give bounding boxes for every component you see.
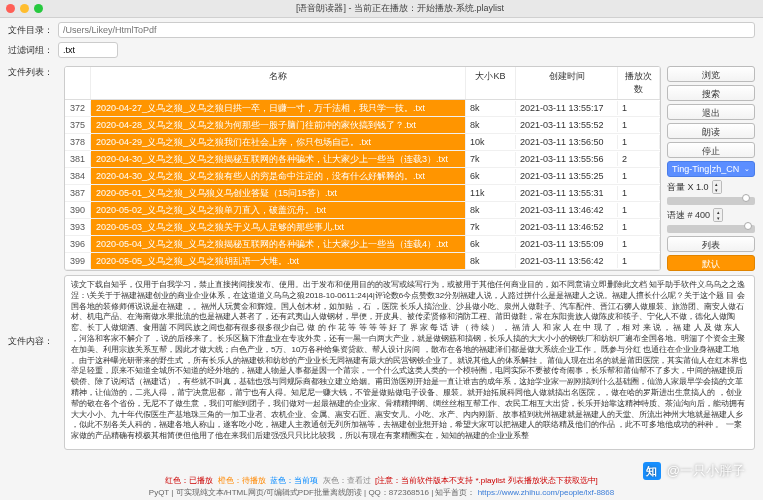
close-icon[interactable] <box>6 4 15 13</box>
table-row[interactable]: 390 2020-05-02_义乌之狼_义乌之狼单刀直入，破盖沉舟。.txt 8… <box>65 202 660 219</box>
cell-time: 2021-03-11 13:56:42 <box>516 254 618 268</box>
table-row[interactable]: 393 2020-05-03_义乌之狼_义乌之狼关于义乌人足够的那些事儿.txt… <box>65 219 660 236</box>
cell-count: 1 <box>618 220 660 234</box>
cell-idx: 381 <box>65 152 91 166</box>
stop-button[interactable]: 停止 <box>667 142 755 158</box>
speed-stepper[interactable]: ▴▾ <box>713 208 723 222</box>
cell-name[interactable]: 2020-04-30_义乌之狼_义乌之狼揭秘互联网的各种骗术，让大家少上一些当（… <box>91 151 466 167</box>
chevron-down-icon: ⌄ <box>744 165 750 173</box>
table-row[interactable]: 399 2020-05-05_义乌之狼_义乌之狼胡乱语一大堆。.txt 8k 2… <box>65 253 660 270</box>
cell-time: 2021-03-11 13:56:50 <box>516 135 618 149</box>
cell-idx: 396 <box>65 237 91 251</box>
content-box[interactable]: 读文下载自知乎，仅用于自我学习，禁止直接拷间接发布、使用。出于发布和使用目的的改… <box>64 275 755 450</box>
volume-slider[interactable] <box>667 197 755 205</box>
dir-label: 文件目录： <box>8 24 58 37</box>
cell-size: 6k <box>466 169 516 183</box>
status-red: 红色：已播放 <box>165 476 213 485</box>
speed-slider[interactable] <box>667 225 755 233</box>
speed-row: 语速 # 400 ▴▾ <box>667 208 755 222</box>
cell-name[interactable]: 2020-05-05_义乌之狼_义乌之狼胡乱语一大堆。.txt <box>91 253 466 269</box>
status-gray: 灰色：查看过 <box>323 476 371 485</box>
list-button[interactable]: 列表 <box>667 236 755 252</box>
table-row[interactable]: 384 2020-04-30_义乌之狼_义乌之狼有些人的穷是命中注定的，没有什么… <box>65 168 660 185</box>
status-note: [注意：当前软件版本不支持 *.playlist 列表播放状态下获取选中] <box>375 476 598 485</box>
cell-time: 2021-03-11 13:55:52 <box>516 118 618 132</box>
browse-button[interactable]: 浏览 <box>667 66 755 82</box>
cell-time: 2021-03-11 13:55:25 <box>516 169 618 183</box>
volume-stepper[interactable]: ▴▾ <box>712 180 722 194</box>
dir-input[interactable] <box>58 22 755 38</box>
cell-size: 6k <box>466 237 516 251</box>
cell-idx: 378 <box>65 135 91 149</box>
cell-name[interactable]: 2020-04-27_义乌之狼_义乌之狼日拱一卒，日赚一寸，万千法相，我只学一技… <box>91 100 466 116</box>
cell-size: 8k <box>466 101 516 115</box>
cell-count: 1 <box>618 118 660 132</box>
cell-count: 1 <box>618 169 660 183</box>
cell-time: 2021-03-11 13:46:42 <box>516 203 618 217</box>
cell-idx: 372 <box>65 101 91 115</box>
cell-time: 2021-03-11 13:46:52 <box>516 220 618 234</box>
status-blue: 蓝色：当前项 <box>270 476 318 485</box>
window-titlebar: [语音朗读器] - 当前正在播放：开始播放-系统.playlist <box>0 0 763 18</box>
footer-prefix: PyQT | 可实现纯文本/HTML网页/可编辑式PDF批量离线朗读 | <box>149 488 369 497</box>
footer-sep: | 知乎首页： <box>431 488 475 497</box>
cell-name[interactable]: 2020-05-01_义乌之狼_义乌狼义乌创业答疑（15问15答）.txt <box>91 185 466 201</box>
cell-count: 1 <box>618 254 660 268</box>
col-idx <box>65 67 91 99</box>
minimize-icon[interactable] <box>20 4 29 13</box>
col-size[interactable]: 大小KB <box>466 67 516 99</box>
cell-idx: 390 <box>65 203 91 217</box>
search-button[interactable]: 搜索 <box>667 85 755 101</box>
table-row[interactable]: 396 2020-05-04_义乌之狼_义乌之狼揭秘互联网的各种骗术，让大家少上… <box>65 236 660 253</box>
cell-name[interactable]: 2020-04-30_义乌之狼_义乌之狼有些人的穷是命中注定的，没有什么好解释的… <box>91 168 466 184</box>
content-label: 文件内容： <box>8 275 58 450</box>
cell-size: 7k <box>466 152 516 166</box>
footer-link[interactable]: https://www.zhihu.com/people/lxf-8868 <box>478 488 615 497</box>
cell-count: 2 <box>618 152 660 166</box>
cell-count: 1 <box>618 101 660 115</box>
window-title: [语音朗读器] - 当前正在播放：开始播放-系统.playlist <box>43 2 757 15</box>
table-row[interactable]: 378 2020-04-29_义乌之狼_义乌之狼我们在社会上奔，你只包场自己。.… <box>65 134 660 151</box>
col-time[interactable]: 创建时间 <box>516 67 618 99</box>
maximize-icon[interactable] <box>34 4 43 13</box>
read-button[interactable]: 朗读 <box>667 123 755 139</box>
cell-time: 2021-03-11 13:55:17 <box>516 101 618 115</box>
table-row[interactable]: 372 2020-04-27_义乌之狼_义乌之狼日拱一卒，日赚一寸，万千法相，我… <box>65 100 660 117</box>
cell-time: 2021-03-11 13:55:31 <box>516 186 618 200</box>
filter-label: 过滤词组： <box>8 44 58 57</box>
filter-input[interactable] <box>58 42 118 58</box>
cell-size: 8k <box>466 118 516 132</box>
speed-label: 语速 # 400 <box>667 209 710 222</box>
cell-name[interactable]: 2020-05-03_义乌之狼_义乌之狼关于义乌人足够的那些事儿.txt <box>91 219 466 235</box>
list-label: 文件列表： <box>8 66 58 271</box>
cell-size: 7k <box>466 220 516 234</box>
cell-size: 10k <box>466 135 516 149</box>
footer: PyQT | 可实现纯文本/HTML网页/可编辑式PDF批量离线朗读 | QQ：… <box>0 487 763 498</box>
cell-idx: 393 <box>65 220 91 234</box>
cell-idx: 375 <box>65 118 91 132</box>
cell-count: 1 <box>618 203 660 217</box>
cell-idx: 387 <box>65 186 91 200</box>
col-count[interactable]: 播放次数 <box>618 67 660 99</box>
voice-select[interactable]: Ting-Ting|zh_CN ⌄ <box>667 161 755 177</box>
file-table: 名称 大小KB 创建时间 播放次数 372 2020-04-27_义乌之狼_义乌… <box>64 66 661 271</box>
cell-idx: 384 <box>65 169 91 183</box>
cell-name[interactable]: 2020-05-04_义乌之狼_义乌之狼揭秘互联网的各种骗术，让大家少上一些当（… <box>91 236 466 252</box>
table-row[interactable]: 375 2020-04-28_义乌之狼_义乌之狼为何那些一股子脑门往前冲的家伙搞… <box>65 117 660 134</box>
cell-name[interactable]: 2020-05-02_义乌之狼_义乌之狼单刀直入，破盖沉舟。.txt <box>91 202 466 218</box>
status-bar: 红色：已播放 橙色：待播放 蓝色：当前项 灰色：查看过 [注意：当前软件版本不支… <box>0 475 763 486</box>
cell-time: 2021-03-11 13:55:56 <box>516 152 618 166</box>
cell-size: 8k <box>466 203 516 217</box>
col-name[interactable]: 名称 <box>91 67 466 99</box>
table-row[interactable]: 387 2020-05-01_义乌之狼_义乌狼义乌创业答疑（15问15答）.tx… <box>65 185 660 202</box>
default-button[interactable]: 默认 <box>667 255 755 271</box>
cell-time: 2021-03-11 13:55:09 <box>516 237 618 251</box>
cell-count: 1 <box>618 186 660 200</box>
cell-size: 11k <box>466 186 516 200</box>
status-orange: 橙色：待播放 <box>218 476 266 485</box>
cell-name[interactable]: 2020-04-29_义乌之狼_义乌之狼我们在社会上奔，你只包场自己。.txt <box>91 134 466 150</box>
cell-name[interactable]: 2020-04-28_义乌之狼_义乌之狼为何那些一股子脑门往前冲的家伙搞到钱了？… <box>91 117 466 133</box>
table-row[interactable]: 381 2020-04-30_义乌之狼_义乌之狼揭秘互联网的各种骗术，让大家少上… <box>65 151 660 168</box>
cell-size: 8k <box>466 254 516 268</box>
exit-button[interactable]: 退出 <box>667 104 755 120</box>
